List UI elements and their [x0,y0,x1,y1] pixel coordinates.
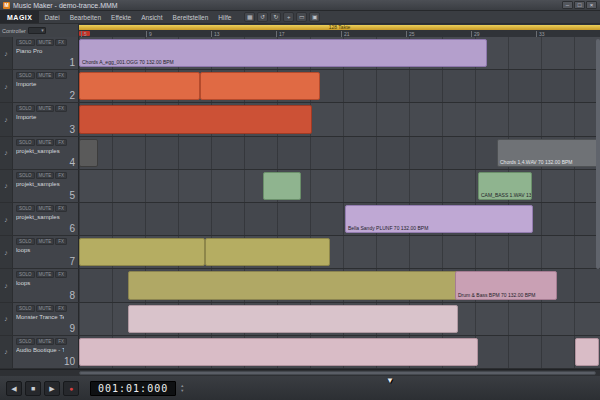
go-to-start-button[interactable]: ◀ [6,381,22,396]
track-header[interactable]: SOLOMUTEFXloops8 [13,269,79,301]
maximize-button[interactable]: □ [574,1,585,9]
solo-button[interactable]: SOLO [16,39,35,46]
track-header[interactable]: SOLOMUTEFXPiano Pro1 [13,37,79,69]
track-lane[interactable] [79,103,600,135]
solo-button[interactable]: SOLO [16,72,35,79]
audio-clip[interactable] [79,72,200,100]
undo-icon[interactable]: ↺ [257,12,268,22]
audio-clip[interactable] [205,238,330,266]
solo-button[interactable]: SOLO [16,238,35,245]
track-lane[interactable]: Chords 1,4.WAV 70 132.00 BPM [79,137,600,169]
loop-range-bar[interactable]: 128 Takte [79,25,600,30]
add-icon[interactable]: + [283,12,294,22]
menu-bearbeiten[interactable]: Bearbeiten [65,14,106,21]
audio-clip[interactable] [128,271,458,299]
mute-button[interactable]: MUTE [36,172,55,179]
play-button[interactable]: ▶ [44,381,60,396]
fx-button[interactable]: FX [55,172,67,179]
fx-button[interactable]: FX [55,139,67,146]
menu-datei[interactable]: Datei [39,14,64,21]
mute-button[interactable]: MUTE [36,338,55,345]
vertical-scrollbar-thumb[interactable] [596,39,600,269]
mute-button[interactable]: MUTE [36,205,55,212]
audio-clip[interactable] [263,172,301,200]
time-spin-up-icon[interactable]: ▲ [180,384,184,388]
audio-clip[interactable]: Chords 1,4.WAV 70 132.00 BPM [497,139,599,167]
fx-button[interactable]: FX [55,338,67,345]
solo-button[interactable]: SOLO [16,205,35,212]
audio-clip[interactable] [128,305,458,333]
horizontal-scrollbar[interactable] [0,369,600,376]
close-button[interactable]: × [586,1,597,9]
audio-clip[interactable]: Drum & Bass BPM 70 132.00 BPM [455,271,557,299]
track-instrument-icon[interactable]: ♪ [0,170,13,202]
track-header[interactable]: SOLOMUTEFXAudio Bootique - Tw10 [13,336,79,368]
menu-hilfe[interactable]: Hilfe [213,14,236,21]
track-instrument-icon[interactable]: ♪ [0,103,13,135]
track-header[interactable]: SOLOMUTEFXloops7 [13,236,79,268]
fx-button[interactable]: FX [55,205,67,212]
audio-clip[interactable] [79,139,98,167]
grid-icon[interactable]: ▦ [244,12,255,22]
track-header[interactable]: SOLOMUTEFXprojekt_samples5 [13,170,79,202]
stop-button[interactable]: ■ [25,381,41,396]
track-instrument-icon[interactable]: ♪ [0,70,13,102]
fx-button[interactable]: FX [55,105,67,112]
vertical-scrollbar[interactable] [596,37,600,369]
select-mode-icon[interactable]: ▣ [309,12,320,22]
mute-button[interactable]: MUTE [36,139,55,146]
track-instrument-icon[interactable]: ♪ [0,269,13,301]
mute-button[interactable]: MUTE [36,238,55,245]
fx-button[interactable]: FX [55,72,67,79]
menu-ansicht[interactable]: Ansicht [136,14,167,21]
track-header[interactable]: SOLOMUTEFXprojekt_samples4 [13,137,79,169]
track-lane[interactable] [79,70,600,102]
time-spin-down-icon[interactable]: ▼ [180,389,184,393]
solo-button[interactable]: SOLO [16,305,35,312]
menu-effekte[interactable]: Effekte [106,14,136,21]
solo-button[interactable]: SOLO [16,271,35,278]
track-lane[interactable]: Bella Sandy PLUNF 70 132.00 BPM [79,203,600,235]
audio-clip[interactable]: Chords A_egg_001.OGG 70 132.00 BPM [79,39,487,67]
solo-button[interactable]: SOLO [16,172,35,179]
fx-button[interactable]: FX [55,305,67,312]
fx-button[interactable]: FX [55,271,67,278]
mute-button[interactable]: MUTE [36,105,55,112]
fx-button[interactable]: FX [55,39,67,46]
audio-clip[interactable]: CAM_BASS 1.WAV 132.00 BPM [478,172,532,200]
controller-dropdown[interactable]: ▾ [28,27,46,34]
track-lane[interactable] [79,303,600,335]
audio-clip[interactable]: Bella Sandy PLUNF 70 132.00 BPM [345,205,533,233]
solo-button[interactable]: SOLO [16,139,35,146]
track-instrument-icon[interactable]: ♪ [0,137,13,169]
mute-button[interactable]: MUTE [36,39,55,46]
track-lane[interactable] [79,336,600,368]
track-header[interactable]: SOLOMUTEFXMonster Trance Tem9 [13,303,79,335]
track-instrument-icon[interactable]: ♪ [0,303,13,335]
menu-bereitstellen[interactable]: Bereitstellen [168,14,214,21]
horizontal-scrollbar-thumb[interactable] [79,371,596,375]
track-header[interactable]: SOLOMUTEFXImporte3 [13,103,79,135]
track-lane[interactable]: CAM_BASS 1.WAV 132.00 BPM [79,170,600,202]
track-instrument-icon[interactable]: ♪ [0,203,13,235]
time-display[interactable]: 001:01:000 [90,381,176,396]
mute-button[interactable]: MUTE [36,305,55,312]
audio-clip[interactable] [79,105,312,133]
mute-button[interactable]: MUTE [36,271,55,278]
track-instrument-icon[interactable]: ♪ [0,236,13,268]
solo-button[interactable]: SOLO [16,105,35,112]
object-mode-icon[interactable]: ▭ [296,12,307,22]
audio-clip[interactable] [79,238,205,266]
track-instrument-icon[interactable]: ♪ [0,336,13,368]
mute-button[interactable]: MUTE [36,72,55,79]
audio-clip[interactable] [200,72,320,100]
track-instrument-icon[interactable]: ♪ [0,37,13,69]
track-lane[interactable]: Drum & Bass BPM 70 132.00 BPM [79,269,600,301]
record-button[interactable]: ● [63,381,79,396]
track-lane[interactable] [79,236,600,268]
fx-button[interactable]: FX [55,238,67,245]
audio-clip[interactable] [79,338,478,366]
timeline-ruler[interactable]: 128 Takte 5 9 13 17 21 25 29 33 [79,24,600,37]
minimize-button[interactable]: – [562,1,573,9]
track-lane[interactable]: Chords A_egg_001.OGG 70 132.00 BPM [79,37,600,69]
